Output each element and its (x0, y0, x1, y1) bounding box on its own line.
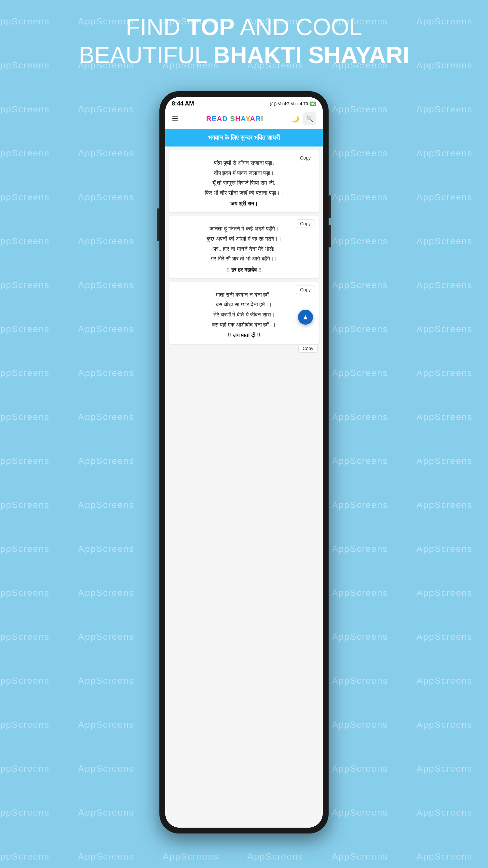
search-button[interactable]: 🔍 (303, 112, 316, 125)
content-area[interactable]: Copy प्रेम पुष्पों से आँगन सजाना पड़ा, द… (165, 147, 323, 828)
shayari-ending-1: जय श्री राम। (175, 200, 313, 207)
search-icon: 🔍 (306, 115, 313, 122)
speed-indicator: 4.70 (300, 101, 308, 106)
header-title: FIND TOP AND COOL BEAUTIFUL BHAKTI SHAYA… (0, 13, 488, 69)
shayari-text-2: जानता हूं जितने में कई अडंगे पड़ेंगे। कु… (175, 224, 313, 264)
copy-button-3[interactable]: Copy (296, 285, 315, 294)
chevron-up-icon: ▲ (302, 313, 309, 321)
header-line2: BEAUTIFUL BHAKTI SHAYARI (79, 42, 409, 68)
phone-frame: 8:44 AM ((·)) Vo 4G Vo ᵢᵢ 4.70 95 ☰ READ… (159, 91, 329, 834)
page-banner: भगवान के लिए सुन्दर भक्ति शायरी (165, 129, 323, 147)
volume-up-button (329, 195, 331, 218)
shayari-ending-2: !! हर हर महादेव !! (175, 267, 313, 273)
app-header: ☰ READ SHAYARI 🌙 🔍 (165, 109, 323, 129)
shayari-ending-3: !! जय माता दी !! (175, 333, 313, 339)
scroll-to-top-button[interactable]: ▲ (298, 310, 313, 324)
hamburger-menu-icon[interactable]: ☰ (172, 115, 178, 123)
signal-info: ((·)) Vo 4G Vo ᵢᵢ (270, 101, 298, 106)
phone-screen: 8:44 AM ((·)) Vo 4G Vo ᵢᵢ 4.70 95 ☰ READ… (165, 97, 323, 828)
dark-mode-icon[interactable]: 🌙 (291, 115, 299, 123)
shayari-card-2: Copy जानता हूं जितने में कई अडंगे पड़ेंग… (169, 216, 319, 278)
status-time: 8:44 AM (172, 100, 194, 107)
bottom-copy-container: Copy (169, 344, 319, 352)
copy-button-2[interactable]: Copy (296, 219, 315, 228)
shayari-text-1: प्रेम पुष्पों से आँगन सजाना पड़ा, दीप हृ… (175, 158, 313, 198)
shayari-card-3: Copy माता रानी वरदान न देना हमें। बस थोड… (169, 282, 319, 344)
battery-badge: 95 (310, 101, 316, 106)
header-actions: 🌙 🔍 (291, 112, 316, 125)
status-bar: 8:44 AM ((·)) Vo 4G Vo ᵢᵢ 4.70 95 (165, 97, 323, 109)
copy-button-1[interactable]: Copy (296, 154, 315, 162)
banner-text: भगवान के लिए सुन्दर भक्ति शायरी (208, 134, 280, 141)
app-logo: READ SHAYARI (206, 115, 263, 123)
header-line1: FIND TOP AND COOL (126, 14, 362, 40)
shayari-text-3: माता रानी वरदान न देना हमें। बस थोड़ा सा… (175, 290, 313, 330)
volume-down-button (329, 225, 331, 247)
power-button (157, 208, 159, 241)
copy-button-4[interactable]: Copy (298, 344, 318, 352)
header-area: FIND TOP AND COOL BEAUTIFUL BHAKTI SHAYA… (0, 13, 488, 69)
status-icons: ((·)) Vo 4G Vo ᵢᵢ 4.70 95 (270, 101, 316, 106)
shayari-card-1: Copy प्रेम पुष्पों से आँगन सजाना पड़ा, द… (169, 150, 319, 212)
